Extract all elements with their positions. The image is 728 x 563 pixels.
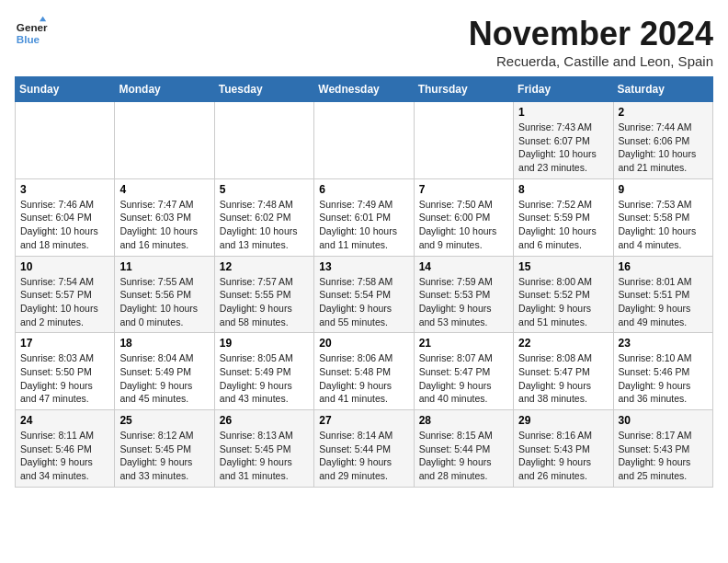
day-cell: 30Sunrise: 8:17 AM Sunset: 5:43 PM Dayli… (613, 410, 712, 488)
day-cell: 17Sunrise: 8:03 AM Sunset: 5:50 PM Dayli… (16, 333, 115, 410)
location-subtitle: Recuerda, Castille and Leon, Spain (469, 53, 713, 69)
day-info: Sunrise: 7:43 AM Sunset: 6:07 PM Dayligh… (518, 121, 608, 175)
day-number: 29 (518, 414, 608, 427)
day-info: Sunrise: 7:54 AM Sunset: 5:57 PM Dayligh… (20, 275, 109, 329)
day-cell: 18Sunrise: 8:04 AM Sunset: 5:49 PM Dayli… (115, 333, 214, 410)
day-number: 9 (619, 183, 708, 196)
weekday-header-sunday: Sunday (16, 77, 115, 102)
day-info: Sunrise: 7:44 AM Sunset: 6:06 PM Dayligh… (619, 121, 708, 175)
day-cell: 15Sunrise: 8:00 AM Sunset: 5:52 PM Dayli… (514, 256, 613, 333)
day-number: 1 (518, 106, 608, 119)
day-info: Sunrise: 7:57 AM Sunset: 5:55 PM Dayligh… (220, 275, 309, 329)
day-cell: 5Sunrise: 7:48 AM Sunset: 6:02 PM Daylig… (214, 178, 313, 256)
day-number: 13 (319, 260, 408, 273)
day-info: Sunrise: 7:53 AM Sunset: 5:58 PM Dayligh… (619, 198, 708, 252)
day-number: 11 (119, 260, 209, 273)
day-info: Sunrise: 8:00 AM Sunset: 5:52 PM Dayligh… (518, 275, 608, 329)
day-cell: 6Sunrise: 7:49 AM Sunset: 6:01 PM Daylig… (314, 178, 414, 256)
day-number: 15 (518, 260, 608, 273)
day-cell: 27Sunrise: 8:14 AM Sunset: 5:44 PM Dayli… (314, 410, 414, 488)
day-cell: 29Sunrise: 8:16 AM Sunset: 5:43 PM Dayli… (514, 410, 613, 488)
day-info: Sunrise: 8:17 AM Sunset: 5:43 PM Dayligh… (619, 429, 708, 483)
day-info: Sunrise: 7:55 AM Sunset: 5:56 PM Dayligh… (119, 275, 209, 329)
day-number: 16 (619, 260, 708, 273)
day-info: Sunrise: 7:48 AM Sunset: 6:02 PM Dayligh… (220, 198, 309, 252)
svg-text:Blue: Blue (17, 33, 40, 45)
day-info: Sunrise: 7:49 AM Sunset: 6:01 PM Dayligh… (319, 198, 408, 252)
day-number: 30 (619, 414, 708, 427)
day-number: 19 (220, 337, 309, 350)
title-block: November 2024 Recuerda, Castille and Leo… (469, 15, 713, 69)
svg-text:General: General (17, 21, 48, 33)
day-cell: 13Sunrise: 7:58 AM Sunset: 5:54 PM Dayli… (314, 256, 414, 333)
day-number: 17 (20, 337, 109, 350)
day-info: Sunrise: 8:12 AM Sunset: 5:45 PM Dayligh… (119, 429, 209, 483)
day-number: 4 (119, 183, 209, 196)
day-number: 2 (619, 106, 708, 119)
day-cell: 28Sunrise: 8:15 AM Sunset: 5:44 PM Dayli… (414, 410, 513, 488)
day-cell: 10Sunrise: 7:54 AM Sunset: 5:57 PM Dayli… (16, 256, 115, 333)
day-cell: 21Sunrise: 8:07 AM Sunset: 5:47 PM Dayli… (414, 333, 513, 410)
weekday-header-monday: Monday (115, 77, 214, 102)
day-cell: 11Sunrise: 7:55 AM Sunset: 5:56 PM Dayli… (115, 256, 214, 333)
day-cell: 2Sunrise: 7:44 AM Sunset: 6:06 PM Daylig… (613, 102, 712, 179)
day-info: Sunrise: 7:47 AM Sunset: 6:03 PM Dayligh… (119, 198, 209, 252)
day-cell: 25Sunrise: 8:12 AM Sunset: 5:45 PM Dayli… (115, 410, 214, 488)
day-number: 23 (619, 337, 708, 350)
day-number: 25 (119, 414, 209, 427)
day-info: Sunrise: 8:03 AM Sunset: 5:50 PM Dayligh… (20, 351, 109, 406)
weekday-header-wednesday: Wednesday (314, 77, 414, 102)
day-number: 14 (419, 260, 508, 273)
day-info: Sunrise: 7:59 AM Sunset: 5:53 PM Dayligh… (419, 275, 508, 329)
day-info: Sunrise: 8:14 AM Sunset: 5:44 PM Dayligh… (319, 429, 408, 483)
day-info: Sunrise: 8:16 AM Sunset: 5:43 PM Dayligh… (518, 429, 608, 483)
day-cell: 4Sunrise: 7:47 AM Sunset: 6:03 PM Daylig… (115, 178, 214, 256)
day-cell: 9Sunrise: 7:53 AM Sunset: 5:58 PM Daylig… (613, 178, 712, 256)
day-cell: 26Sunrise: 8:13 AM Sunset: 5:45 PM Dayli… (214, 410, 313, 488)
day-cell: 8Sunrise: 7:52 AM Sunset: 5:59 PM Daylig… (514, 178, 613, 256)
day-cell: 24Sunrise: 8:11 AM Sunset: 5:46 PM Dayli… (16, 410, 115, 488)
day-cell: 22Sunrise: 8:08 AM Sunset: 5:47 PM Dayli… (514, 333, 613, 410)
day-number: 20 (319, 337, 408, 350)
day-cell: 20Sunrise: 8:06 AM Sunset: 5:48 PM Dayli… (314, 333, 414, 410)
week-row-2: 3Sunrise: 7:46 AM Sunset: 6:04 PM Daylig… (16, 178, 713, 256)
weekday-header-row: SundayMondayTuesdayWednesdayThursdayFrid… (16, 77, 713, 102)
day-info: Sunrise: 8:15 AM Sunset: 5:44 PM Dayligh… (419, 429, 508, 483)
day-info: Sunrise: 8:06 AM Sunset: 5:48 PM Dayligh… (319, 351, 408, 406)
day-info: Sunrise: 7:50 AM Sunset: 6:00 PM Dayligh… (419, 198, 508, 252)
day-cell (115, 102, 214, 179)
week-row-1: 1Sunrise: 7:43 AM Sunset: 6:07 PM Daylig… (16, 102, 713, 179)
day-cell (314, 102, 414, 179)
week-row-4: 17Sunrise: 8:03 AM Sunset: 5:50 PM Dayli… (16, 333, 713, 410)
day-info: Sunrise: 8:04 AM Sunset: 5:49 PM Dayligh… (119, 351, 209, 406)
weekday-header-tuesday: Tuesday (214, 77, 313, 102)
day-info: Sunrise: 7:58 AM Sunset: 5:54 PM Dayligh… (319, 275, 408, 329)
day-info: Sunrise: 8:13 AM Sunset: 5:45 PM Dayligh… (220, 429, 309, 483)
day-number: 7 (419, 183, 508, 196)
day-cell (214, 102, 313, 179)
weekday-header-friday: Friday (514, 77, 613, 102)
day-number: 21 (419, 337, 508, 350)
week-row-3: 10Sunrise: 7:54 AM Sunset: 5:57 PM Dayli… (16, 256, 713, 333)
day-number: 26 (220, 414, 309, 427)
day-cell: 12Sunrise: 7:57 AM Sunset: 5:55 PM Dayli… (214, 256, 313, 333)
day-number: 27 (319, 414, 408, 427)
day-info: Sunrise: 8:07 AM Sunset: 5:47 PM Dayligh… (419, 351, 508, 406)
day-cell: 3Sunrise: 7:46 AM Sunset: 6:04 PM Daylig… (16, 178, 115, 256)
day-info: Sunrise: 7:46 AM Sunset: 6:04 PM Dayligh… (20, 198, 109, 252)
day-info: Sunrise: 8:08 AM Sunset: 5:47 PM Dayligh… (518, 351, 608, 406)
logo-icon: General Blue (15, 15, 48, 48)
day-info: Sunrise: 8:01 AM Sunset: 5:51 PM Dayligh… (619, 275, 708, 329)
day-cell: 1Sunrise: 7:43 AM Sunset: 6:07 PM Daylig… (514, 102, 613, 179)
day-number: 28 (419, 414, 508, 427)
page-header: General Blue November 2024 Recuerda, Cas… (15, 15, 713, 69)
day-number: 10 (20, 260, 109, 273)
svg-marker-2 (40, 17, 46, 21)
month-title: November 2024 (469, 15, 713, 53)
day-number: 18 (119, 337, 209, 350)
day-number: 5 (220, 183, 309, 196)
day-cell: 7Sunrise: 7:50 AM Sunset: 6:00 PM Daylig… (414, 178, 513, 256)
weekday-header-thursday: Thursday (414, 77, 513, 102)
day-cell: 23Sunrise: 8:10 AM Sunset: 5:46 PM Dayli… (613, 333, 712, 410)
day-number: 24 (20, 414, 109, 427)
